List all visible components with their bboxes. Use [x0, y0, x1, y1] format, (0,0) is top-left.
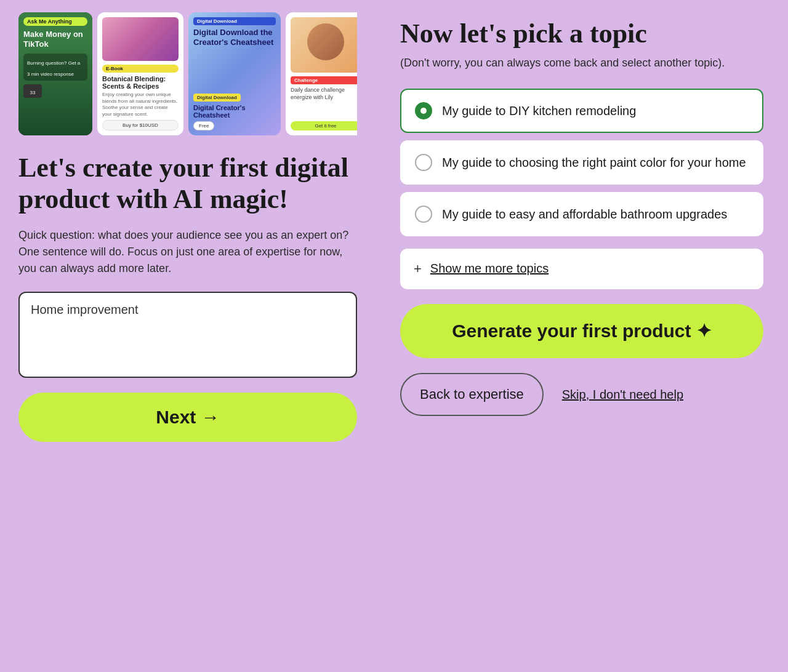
card-tiktok-badge: Ask Me Anything: [23, 17, 87, 26]
back-to-expertise-button[interactable]: Back to expertise: [400, 373, 544, 416]
radio-kitchen-inner: [420, 108, 427, 114]
card-ebook-btn: Buy for $10USD: [102, 120, 179, 130]
bottom-actions: Back to expertise Skip, I don't need hel…: [400, 373, 763, 416]
next-button-label: Next →: [156, 407, 219, 428]
right-panel: Now let's pick a topic (Don't worry, you…: [376, 0, 788, 672]
card-ebook: E-Book Botanical Blending: Scents & Reci…: [97, 12, 183, 135]
card-ebook-badge: E-Book: [102, 65, 179, 73]
card-challenge-btn: Get it free: [291, 121, 357, 130]
card-digital-badge: Digital Download: [193, 17, 276, 25]
topic-options: My guide to DIY kitchen remodeling My gu…: [400, 89, 763, 236]
card-digital-download: Digital Download Digital Download the Cr…: [188, 12, 281, 135]
left-description: Quick question: what does your audience …: [18, 227, 357, 277]
generate-button-label: Generate your first product ✦: [452, 320, 712, 342]
expertise-input[interactable]: Home improvement: [18, 292, 357, 378]
show-more-row[interactable]: + Show me more topics: [400, 249, 763, 289]
card-ebook-image: [102, 17, 179, 61]
right-heading: Now let's pick a topic: [400, 18, 763, 50]
show-more-label: Show me more topics: [430, 262, 549, 276]
radio-bathroom: [415, 206, 432, 223]
radio-paint: [415, 154, 432, 171]
plus-icon: +: [414, 261, 422, 277]
card-ebook-desc: Enjoy creating your own unique blends fr…: [102, 92, 179, 118]
topic-bathroom-label: My guide to easy and affordable bathroom…: [442, 206, 727, 222]
card-challenge-image: [291, 17, 357, 73]
left-heading: Let's create your first digital product …: [18, 153, 357, 215]
topic-option-kitchen[interactable]: My guide to DIY kitchen remodeling: [400, 89, 763, 133]
topic-option-bathroom[interactable]: My guide to easy and affordable bathroom…: [400, 192, 763, 236]
skip-link[interactable]: Skip, I don't need help: [562, 386, 683, 402]
card-ebook-title: Botanical Blending: Scents & Recipes: [102, 75, 179, 90]
card-digital-title: Digital Download the Creator's Cheatshee…: [193, 28, 276, 47]
topic-kitchen-label: My guide to DIY kitchen remodeling: [442, 103, 636, 119]
topic-option-paint[interactable]: My guide to choosing the right paint col…: [400, 140, 763, 185]
radio-kitchen: [415, 102, 432, 119]
card-tiktok-subtitle: Burning question? Get a 3 min video resp…: [27, 60, 80, 77]
next-button[interactable]: Next →: [18, 393, 357, 442]
right-subtext: (Don't worry, you can always come back a…: [400, 55, 763, 71]
card-challenge: Challenge Daily dance challenge energize…: [286, 12, 357, 135]
card-tiktok: Ask Me Anything Make Money on TikTok Bur…: [18, 12, 92, 135]
card-challenge-badge: Challenge: [291, 76, 357, 84]
left-panel: Ask Me Anything Make Money on TikTok Bur…: [0, 0, 376, 672]
back-button-label: Back to expertise: [420, 386, 524, 402]
product-cards-strip: Ask Me Anything Make Money on TikTok Bur…: [18, 12, 357, 135]
card-digital-btn: Free: [193, 121, 214, 130]
card-tiktok-title: Make Money on TikTok: [23, 30, 87, 49]
card-digital-subtitle: Digital Creator's Cheatsheet: [193, 104, 276, 119]
card-challenge-title: Daily dance challenge energize with Lily: [291, 87, 357, 101]
generate-button[interactable]: Generate your first product ✦: [400, 304, 763, 358]
card-digital-badge2: Digital Download: [193, 94, 241, 102]
topic-paint-label: My guide to choosing the right paint col…: [442, 154, 746, 170]
